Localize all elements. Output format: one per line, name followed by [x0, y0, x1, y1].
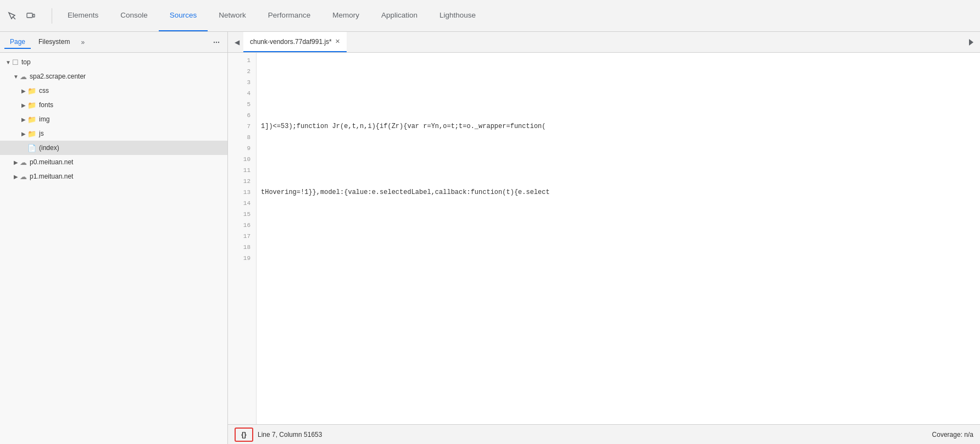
arrow-icon: ▼	[12, 74, 20, 80]
folder-icon: 📁	[27, 101, 36, 109]
tree-item-p0[interactable]: ▶ ☁ p0.meituan.net	[0, 155, 227, 169]
tree-label-p0: p0.meituan.net	[30, 158, 73, 166]
line-numbers: 1 2 3 4 5 6 7 8 9 10 11 12 13 14 15 16 1…	[228, 53, 257, 424]
line-num-11: 11	[228, 165, 256, 176]
line-num-16: 16	[228, 220, 256, 231]
tab-prev-icon[interactable]: ◀	[230, 36, 243, 49]
main-nav-tabs: Elements Console Sources Network Perform…	[57, 0, 487, 31]
left-panel: Page Filesystem » ▼ ☐ top ▼ ☁	[0, 32, 228, 444]
tree-label-js: js	[39, 130, 44, 137]
arrow-icon: ▶	[20, 116, 27, 123]
code-line-17	[261, 231, 976, 242]
code-line-13: tHovering=!1}},model:{value:e.selectedLa…	[261, 187, 976, 198]
tab-lighthouse[interactable]: Lighthouse	[428, 0, 487, 31]
svg-rect-2	[33, 14, 35, 17]
toolbar-divider	[52, 8, 52, 24]
tree-label-css: css	[39, 87, 49, 95]
folder-icon: 📁	[27, 87, 36, 95]
line-num-5: 5	[228, 99, 256, 110]
more-tabs-btn[interactable]: »	[77, 36, 88, 48]
panel-menu-icon[interactable]	[210, 36, 223, 49]
tree-item-js[interactable]: ▶ 📁 js	[0, 126, 227, 141]
frame-icon: ☐	[12, 58, 19, 66]
code-line-18	[261, 242, 976, 253]
code-line-1	[261, 55, 976, 66]
tab-next-icon[interactable]	[965, 36, 978, 49]
line-num-1: 1	[228, 55, 256, 66]
tab-elements[interactable]: Elements	[57, 0, 109, 31]
editor-tab-filename: chunk-vendors.77daf991.js*	[250, 38, 332, 46]
code-line-9	[261, 143, 976, 154]
line-num-7: 7	[228, 121, 256, 132]
editor-tab-active[interactable]: chunk-vendors.77daf991.js* ✕	[243, 32, 347, 52]
tree-item-fonts[interactable]: ▶ 📁 fonts	[0, 98, 227, 112]
coverage-label: Coverage: n/a	[932, 431, 973, 439]
arrow-icon: ▶	[20, 88, 27, 94]
tree-label-top: top	[21, 58, 31, 66]
tree-label-img: img	[39, 115, 49, 123]
line-num-13: 13	[228, 187, 256, 198]
cursor-position: Line 7, Column 51653	[258, 431, 322, 439]
domain-icon: ☁	[20, 173, 27, 181]
tree-label-index: (index)	[39, 144, 59, 152]
line-num-18: 18	[228, 242, 256, 253]
line-num-4: 4	[228, 88, 256, 99]
code-line-7: 1])<=53);function Jr(e,t,n,i){if(Zr){var…	[261, 121, 976, 132]
tab-console[interactable]: Console	[109, 0, 159, 31]
inspect-element-icon[interactable]	[4, 8, 20, 24]
main-layout: Page Filesystem » ▼ ☐ top ▼ ☁	[0, 32, 980, 444]
svg-line-0	[13, 16, 16, 19]
tree-item-index[interactable]: ▶ 📄 (index)	[0, 141, 227, 155]
status-bar: {} Line 7, Column 51653 Coverage: n/a	[228, 424, 980, 444]
code-line-4	[261, 88, 976, 99]
arrow-icon: ▶	[12, 174, 20, 180]
tab-network[interactable]: Network	[208, 0, 257, 31]
format-button[interactable]: {}	[235, 428, 253, 442]
tree-item-img[interactable]: ▶ 📁 img	[0, 112, 227, 126]
tab-application[interactable]: Application	[370, 0, 428, 31]
device-toggle-icon[interactable]	[23, 8, 38, 24]
line-num-14: 14	[228, 198, 256, 209]
arrow-icon: ▼	[4, 59, 12, 65]
tree-label-spa2: spa2.scrape.center	[30, 73, 86, 80]
code-line-2	[261, 66, 976, 77]
tab-memory[interactable]: Memory	[321, 0, 370, 31]
code-line-14	[261, 198, 976, 209]
line-num-10: 10	[228, 154, 256, 165]
code-line-6	[261, 110, 976, 121]
line-num-8: 8	[228, 132, 256, 143]
tree-item-top[interactable]: ▼ ☐ top	[0, 55, 227, 69]
code-line-19	[261, 253, 976, 264]
line-num-6: 6	[228, 110, 256, 121]
code-content[interactable]: 1])<=53);function Jr(e,t,n,i){if(Zr){var…	[257, 53, 980, 424]
code-line-3	[261, 77, 976, 88]
line-num-3: 3	[228, 77, 256, 88]
line-num-15: 15	[228, 209, 256, 220]
svg-point-3	[214, 41, 215, 42]
tab-close-icon[interactable]: ✕	[335, 38, 340, 45]
tab-sources[interactable]: Sources	[159, 0, 208, 31]
tree-item-spa2[interactable]: ▼ ☁ spa2.scrape.center	[0, 69, 227, 84]
code-area: 1 2 3 4 5 6 7 8 9 10 11 12 13 14 15 16 1…	[228, 53, 980, 424]
tab-performance[interactable]: Performance	[257, 0, 321, 31]
code-line-12	[261, 176, 976, 187]
tree-item-css[interactable]: ▶ 📁 css	[0, 84, 227, 98]
sub-tab-filesystem[interactable]: Filesystem	[33, 36, 75, 49]
svg-point-4	[216, 41, 217, 42]
line-num-19: 19	[228, 253, 256, 264]
line-num-2: 2	[228, 66, 256, 77]
sub-tab-page[interactable]: Page	[4, 36, 31, 49]
tree-item-p1[interactable]: ▶ ☁ p1.meituan.net	[0, 169, 227, 184]
domain-icon: ☁	[20, 73, 27, 81]
toolbar-icons	[4, 8, 38, 24]
tree-label-fonts: fonts	[39, 101, 53, 109]
file-icon: 📄	[27, 144, 36, 152]
right-panel: ◀ chunk-vendors.77daf991.js* ✕ 1 2 3 4 5…	[228, 32, 980, 444]
devtools-toolbar: Elements Console Sources Network Perform…	[0, 0, 980, 32]
code-line-10	[261, 154, 976, 165]
folder-icon: 📁	[27, 130, 36, 138]
code-line-11	[261, 165, 976, 176]
arrow-icon: ▶	[20, 102, 27, 108]
svg-rect-1	[27, 13, 32, 18]
line-num-17: 17	[228, 231, 256, 242]
